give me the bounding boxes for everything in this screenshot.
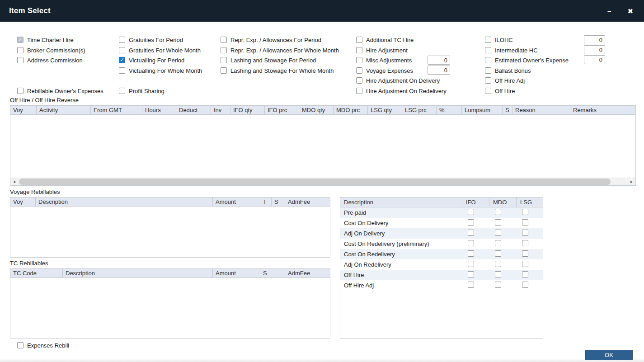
checkbox-hire-adjustment[interactable]: Hire Adjustment [356, 46, 408, 54]
checkbox-address-commission[interactable]: Address Commission [17, 56, 83, 64]
checkbox-label: Hire Adjustment On Delivery [366, 77, 440, 84]
mdo-checkbox[interactable] [495, 261, 501, 267]
checkbox-icon[interactable] [485, 88, 491, 94]
checkbox-additional-tc-hire[interactable]: Additional TC Hire [356, 36, 414, 44]
lsg-checkbox[interactable] [522, 230, 528, 236]
checkbox-icon[interactable] [119, 88, 125, 94]
checkbox-icon[interactable] [485, 37, 491, 43]
estimated-owners-expense-input[interactable] [584, 55, 605, 64]
checkbox-label: Additional TC Hire [366, 37, 414, 43]
mdo-checkbox[interactable] [495, 230, 501, 236]
lsg-checkbox[interactable] [522, 240, 528, 246]
checkbox-expenses-rebill[interactable]: Expenses Rebill [17, 341, 69, 349]
checkbox-label: Lashing and Stowage For Period [230, 57, 316, 64]
checkbox-repr-exp-allowances-for-period[interactable]: Repr. Exp. / Allowances For Period [221, 36, 321, 44]
checkbox-icon[interactable] [17, 47, 24, 53]
checkbox-icon[interactable] [485, 47, 491, 53]
checkbox-icon[interactable] [119, 67, 125, 74]
cost-row-label: Pre-paid [340, 209, 462, 216]
mdo-checkbox[interactable] [495, 282, 501, 288]
ifo-checkbox[interactable] [468, 261, 474, 267]
checkbox-icon[interactable] [356, 77, 362, 84]
column-header-admfee: AdmFee [285, 197, 330, 206]
checkbox-intermediate-hc[interactable]: Intermediate HC [485, 46, 538, 54]
lsg-checkbox[interactable] [522, 209, 528, 215]
lsg-checkbox[interactable] [522, 261, 528, 267]
checkbox-icon[interactable] [356, 67, 362, 74]
mdo-checkbox[interactable] [495, 219, 501, 226]
column-header-lsg-prc: LSG prc [402, 106, 437, 114]
checkbox-icon[interactable] [356, 47, 362, 53]
checkbox-icon[interactable] [17, 57, 24, 63]
ifo-checkbox[interactable] [468, 230, 474, 236]
checkbox-off-hire-adj[interactable]: Off Hire Adj [485, 76, 525, 85]
ilohc-input[interactable] [584, 35, 605, 44]
checkbox-victualling-for-whole-month[interactable]: Victualling For Whole Month [119, 66, 202, 75]
column-header-s: S [272, 197, 285, 206]
checkbox-lashing-and-stowage-for-whole-month[interactable]: Lashing and Stowage For Whole Month [221, 66, 334, 75]
ifo-checkbox[interactable] [468, 282, 474, 288]
mdo-checkbox[interactable] [495, 209, 501, 215]
checkbox-label: Intermediate HC [495, 47, 538, 54]
checkbox-repr-exp-allowances-for-whole-month[interactable]: Repr. Exp. / Allowances For Whole Month [221, 46, 339, 54]
checkbox-icon[interactable] [17, 88, 24, 94]
tc-rebillables-label: TC Rebillables [10, 260, 48, 267]
checkbox-icon[interactable] [119, 47, 125, 53]
checkbox-icon[interactable] [119, 57, 125, 63]
checkbox-hire-adjustment-on-redelivery[interactable]: Hire Adjustment On Redelivery [356, 87, 447, 95]
horizontal-scrollbar[interactable]: ◄ ► [10, 178, 635, 185]
scrollbar-thumb[interactable] [19, 179, 611, 185]
intermediate-hc-input[interactable] [584, 45, 605, 54]
lsg-checkbox[interactable] [522, 282, 528, 288]
checkbox-icon[interactable] [119, 37, 125, 43]
checkbox-icon[interactable] [356, 57, 362, 63]
checkbox-hire-adjustment-on-delivery[interactable]: Hire Adjustment On Delivery [356, 76, 440, 85]
lsg-checkbox[interactable] [522, 250, 528, 257]
checkbox-off-hire[interactable]: Off Hire [485, 87, 515, 95]
ifo-checkbox[interactable] [468, 250, 474, 257]
checkbox-gratuities-for-period[interactable]: Gratuities For Period [119, 36, 183, 44]
checkbox-voyage-expenses[interactable]: Voyage Expenses [356, 66, 413, 75]
voyage-rebillables-header: Voy Description Amount T S AdmFee [10, 197, 330, 207]
checkbox-label: Estimated Owner's Expense [495, 57, 569, 64]
checkbox-icon[interactable] [356, 88, 362, 94]
checkbox-icon[interactable] [221, 37, 227, 43]
checkbox-icon[interactable] [221, 47, 227, 53]
mdo-checkbox[interactable] [495, 240, 501, 246]
column-header-mdo: MDO [489, 197, 517, 207]
voyage-expenses-input[interactable] [428, 66, 450, 75]
checkbox-estimated-owners-expense[interactable]: Estimated Owner's Expense [485, 56, 569, 64]
checkbox-icon[interactable] [356, 37, 362, 43]
checkbox-gratuities-for-whole-month[interactable]: Gratuities For Whole Month [119, 46, 201, 54]
close-icon[interactable]: ✖ [627, 8, 633, 14]
checkbox-icon[interactable] [221, 57, 227, 63]
scroll-right-icon[interactable]: ► [628, 178, 635, 186]
ifo-checkbox[interactable] [468, 209, 474, 215]
checkbox-lashing-and-stowage-for-period[interactable]: Lashing and Stowage For Period [221, 56, 316, 64]
checkbox-misc-adjustments[interactable]: Misc Adjustments [356, 56, 412, 64]
ifo-checkbox[interactable] [468, 271, 474, 277]
ifo-checkbox[interactable] [468, 240, 474, 246]
checkbox-icon[interactable] [485, 77, 491, 84]
checkbox-rebillable-owners-expenses[interactable]: Rebillable Owner's Expenses [17, 87, 103, 95]
checkbox-ilohc[interactable]: ILOHC [485, 36, 513, 44]
checkbox-icon[interactable] [485, 57, 491, 63]
scrollbar-track[interactable] [18, 178, 628, 186]
lsg-checkbox[interactable] [522, 271, 528, 277]
checkbox-icon[interactable] [485, 67, 491, 74]
mdo-checkbox[interactable] [495, 271, 501, 277]
checkbox-broker-commissions[interactable]: Broker Commission(s) [17, 46, 85, 54]
minimize-icon[interactable]: – [607, 8, 611, 14]
ok-button[interactable]: OK [585, 350, 633, 360]
checkbox-ballast-bonus[interactable]: Ballast Bonus [485, 66, 531, 75]
misc-adjustments-input[interactable] [428, 56, 450, 65]
lsg-checkbox[interactable] [522, 219, 528, 226]
checkbox-profit-sharing[interactable]: Profit Sharing [119, 87, 165, 95]
checkbox-icon[interactable] [17, 342, 24, 348]
checkbox-victualling-for-period[interactable]: Victualling For Period [119, 56, 184, 64]
scroll-left-icon[interactable]: ◄ [10, 178, 18, 186]
mdo-checkbox[interactable] [495, 250, 501, 257]
checkbox-icon[interactable] [221, 67, 227, 74]
ifo-checkbox[interactable] [468, 219, 474, 226]
checkbox-label: Repr. Exp. / Allowances For Whole Month [230, 47, 339, 54]
